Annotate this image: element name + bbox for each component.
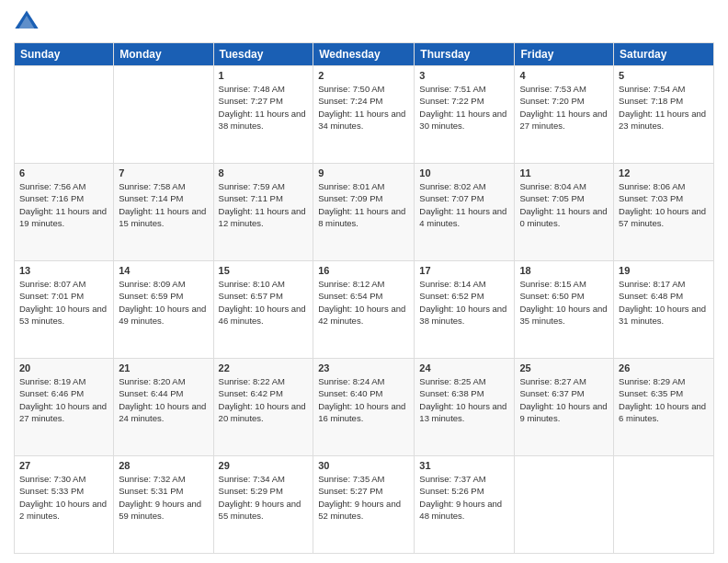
day-info: Sunrise: 8:20 AMSunset: 6:44 PMDaylight:…	[119, 375, 208, 424]
day-info: Sunrise: 7:30 AMSunset: 5:33 PMDaylight:…	[19, 473, 108, 522]
day-info: Sunrise: 8:07 AMSunset: 7:01 PMDaylight:…	[19, 278, 108, 327]
day-cell: 26 Sunrise: 8:29 AMSunset: 6:35 PMDaylig…	[614, 359, 714, 456]
day-number: 21	[119, 362, 208, 373]
day-number: 15	[219, 265, 309, 276]
day-number: 26	[619, 362, 709, 373]
week-row-3: 20 Sunrise: 8:19 AMSunset: 6:46 PMDaylig…	[15, 359, 714, 456]
day-info: Sunrise: 7:51 AMSunset: 7:22 PMDaylight:…	[419, 83, 509, 132]
day-cell: 28 Sunrise: 7:32 AMSunset: 5:31 PMDaylig…	[114, 456, 213, 554]
day-number: 8	[219, 167, 309, 178]
day-cell: 30 Sunrise: 7:35 AMSunset: 5:27 PMDaylig…	[313, 456, 415, 554]
day-cell: 19 Sunrise: 8:17 AMSunset: 6:48 PMDaylig…	[614, 261, 714, 359]
day-cell: 31 Sunrise: 7:37 AMSunset: 5:26 PMDaylig…	[415, 456, 515, 554]
day-info: Sunrise: 8:17 AMSunset: 6:48 PMDaylight:…	[619, 278, 709, 327]
day-number: 2	[318, 70, 409, 81]
day-info: Sunrise: 7:34 AMSunset: 5:29 PMDaylight:…	[219, 473, 309, 522]
day-cell: 1 Sunrise: 7:48 AMSunset: 7:27 PMDayligh…	[213, 66, 313, 164]
week-row-4: 27 Sunrise: 7:30 AMSunset: 5:33 PMDaylig…	[15, 456, 714, 554]
day-cell: 20 Sunrise: 8:19 AMSunset: 6:46 PMDaylig…	[15, 359, 114, 456]
day-cell: 29 Sunrise: 7:34 AMSunset: 5:29 PMDaylig…	[213, 456, 313, 554]
day-info: Sunrise: 7:32 AMSunset: 5:31 PMDaylight:…	[119, 473, 208, 522]
day-number: 19	[619, 265, 709, 276]
day-cell	[15, 66, 114, 164]
week-row-0: 1 Sunrise: 7:48 AMSunset: 7:27 PMDayligh…	[15, 66, 714, 164]
day-info: Sunrise: 8:01 AMSunset: 7:09 PMDaylight:…	[318, 180, 409, 229]
day-number: 22	[219, 362, 309, 373]
day-number: 18	[519, 265, 609, 276]
day-info: Sunrise: 8:02 AMSunset: 7:07 PMDaylight:…	[419, 180, 509, 229]
weekday-header-friday: Friday	[515, 43, 614, 66]
day-info: Sunrise: 8:15 AMSunset: 6:50 PMDaylight:…	[519, 278, 609, 327]
day-number: 20	[19, 362, 108, 373]
day-cell: 12 Sunrise: 8:06 AMSunset: 7:03 PMDaylig…	[614, 164, 714, 261]
day-cell: 15 Sunrise: 8:10 AMSunset: 6:57 PMDaylig…	[213, 261, 313, 359]
day-info: Sunrise: 7:58 AMSunset: 7:14 PMDaylight:…	[119, 180, 208, 229]
day-cell: 18 Sunrise: 8:15 AMSunset: 6:50 PMDaylig…	[515, 261, 614, 359]
week-row-2: 13 Sunrise: 8:07 AMSunset: 7:01 PMDaylig…	[15, 261, 714, 359]
header	[14, 9, 714, 35]
day-number: 12	[619, 167, 709, 178]
day-info: Sunrise: 7:37 AMSunset: 5:26 PMDaylight:…	[419, 473, 509, 522]
day-cell: 6 Sunrise: 7:56 AMSunset: 7:16 PMDayligh…	[15, 164, 114, 261]
day-cell: 27 Sunrise: 7:30 AMSunset: 5:33 PMDaylig…	[15, 456, 114, 554]
day-info: Sunrise: 8:06 AMSunset: 7:03 PMDaylight:…	[619, 180, 709, 229]
day-cell: 16 Sunrise: 8:12 AMSunset: 6:54 PMDaylig…	[313, 261, 415, 359]
day-cell: 24 Sunrise: 8:25 AMSunset: 6:38 PMDaylig…	[415, 359, 515, 456]
weekday-header-monday: Monday	[114, 43, 213, 66]
weekday-header-row: SundayMondayTuesdayWednesdayThursdayFrid…	[15, 43, 714, 66]
day-cell	[114, 66, 213, 164]
day-number: 6	[19, 167, 108, 178]
day-number: 16	[318, 265, 409, 276]
weekday-header-thursday: Thursday	[415, 43, 515, 66]
day-cell: 23 Sunrise: 8:24 AMSunset: 6:40 PMDaylig…	[313, 359, 415, 456]
day-number: 13	[19, 265, 108, 276]
logo	[14, 9, 43, 35]
day-info: Sunrise: 8:29 AMSunset: 6:35 PMDaylight:…	[619, 375, 709, 424]
day-cell: 10 Sunrise: 8:02 AMSunset: 7:07 PMDaylig…	[415, 164, 515, 261]
day-info: Sunrise: 8:14 AMSunset: 6:52 PMDaylight:…	[419, 278, 509, 327]
day-cell: 22 Sunrise: 8:22 AMSunset: 6:42 PMDaylig…	[213, 359, 313, 456]
day-cell: 3 Sunrise: 7:51 AMSunset: 7:22 PMDayligh…	[415, 66, 515, 164]
day-cell: 8 Sunrise: 7:59 AMSunset: 7:11 PMDayligh…	[213, 164, 313, 261]
day-info: Sunrise: 8:09 AMSunset: 6:59 PMDaylight:…	[119, 278, 208, 327]
day-info: Sunrise: 7:59 AMSunset: 7:11 PMDaylight:…	[219, 180, 309, 229]
day-number: 7	[119, 167, 208, 178]
day-info: Sunrise: 8:27 AMSunset: 6:37 PMDaylight:…	[519, 375, 609, 424]
day-info: Sunrise: 8:04 AMSunset: 7:05 PMDaylight:…	[519, 180, 609, 229]
day-cell: 7 Sunrise: 7:58 AMSunset: 7:14 PMDayligh…	[114, 164, 213, 261]
day-number: 4	[519, 70, 609, 81]
day-cell	[515, 456, 614, 554]
day-number: 11	[519, 167, 609, 178]
weekday-header-tuesday: Tuesday	[213, 43, 313, 66]
day-info: Sunrise: 8:25 AMSunset: 6:38 PMDaylight:…	[419, 375, 509, 424]
day-cell: 13 Sunrise: 8:07 AMSunset: 7:01 PMDaylig…	[15, 261, 114, 359]
day-info: Sunrise: 8:24 AMSunset: 6:40 PMDaylight:…	[318, 375, 409, 424]
day-info: Sunrise: 7:50 AMSunset: 7:24 PMDaylight:…	[318, 83, 409, 132]
day-number: 28	[119, 460, 208, 471]
day-info: Sunrise: 8:19 AMSunset: 6:46 PMDaylight:…	[19, 375, 108, 424]
day-cell: 9 Sunrise: 8:01 AMSunset: 7:09 PMDayligh…	[313, 164, 415, 261]
day-info: Sunrise: 7:56 AMSunset: 7:16 PMDaylight:…	[19, 180, 108, 229]
day-info: Sunrise: 7:35 AMSunset: 5:27 PMDaylight:…	[318, 473, 409, 522]
day-number: 14	[119, 265, 208, 276]
day-number: 3	[419, 70, 509, 81]
day-info: Sunrise: 7:53 AMSunset: 7:20 PMDaylight:…	[519, 83, 609, 132]
day-cell	[614, 456, 714, 554]
day-cell: 17 Sunrise: 8:14 AMSunset: 6:52 PMDaylig…	[415, 261, 515, 359]
day-info: Sunrise: 8:10 AMSunset: 6:57 PMDaylight:…	[219, 278, 309, 327]
day-number: 25	[519, 362, 609, 373]
weekday-header-wednesday: Wednesday	[313, 43, 415, 66]
day-number: 27	[19, 460, 108, 471]
day-cell: 21 Sunrise: 8:20 AMSunset: 6:44 PMDaylig…	[114, 359, 213, 456]
week-row-1: 6 Sunrise: 7:56 AMSunset: 7:16 PMDayligh…	[15, 164, 714, 261]
day-number: 23	[318, 362, 409, 373]
day-cell: 4 Sunrise: 7:53 AMSunset: 7:20 PMDayligh…	[515, 66, 614, 164]
day-cell: 25 Sunrise: 8:27 AMSunset: 6:37 PMDaylig…	[515, 359, 614, 456]
day-number: 10	[419, 167, 509, 178]
day-number: 17	[419, 265, 509, 276]
day-number: 29	[219, 460, 309, 471]
day-number: 9	[318, 167, 409, 178]
page: SundayMondayTuesdayWednesdayThursdayFrid…	[0, 0, 728, 563]
day-number: 30	[318, 460, 409, 471]
day-cell: 14 Sunrise: 8:09 AMSunset: 6:59 PMDaylig…	[114, 261, 213, 359]
